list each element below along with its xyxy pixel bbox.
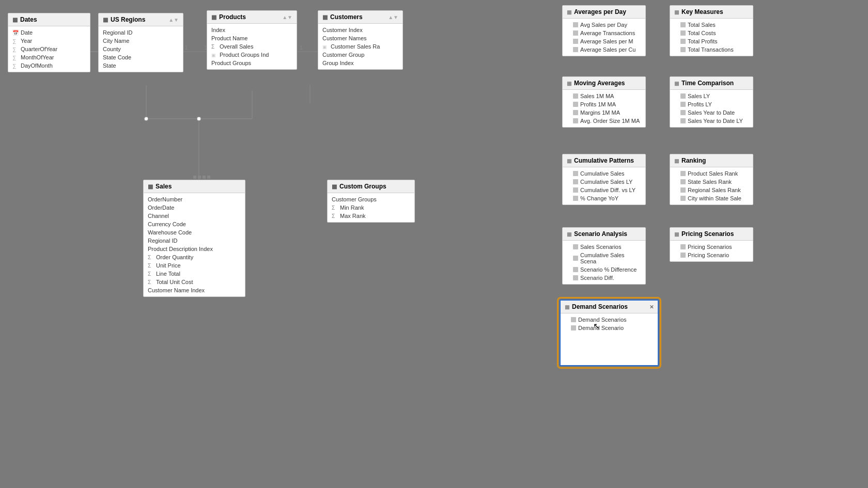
table-row: Customer Index (318, 26, 402, 34)
table-row: Overall Sales (207, 42, 297, 51)
measure-icon (573, 244, 578, 249)
key-measures-title: Key Measures (681, 8, 723, 15)
pricing-scenarios-header: ▦ Pricing Scenarios (670, 228, 753, 241)
list-item: Sales Year to Date LY (670, 117, 753, 125)
averages-per-day-title: Averages per Day (574, 8, 626, 15)
ranking-header: ▦ Ranking (670, 154, 753, 167)
list-item: Sales Year to Date (670, 108, 753, 117)
table-row: Customer Sales Ra (318, 42, 402, 51)
sigma-icon (148, 279, 154, 285)
table-row: Customer Groups (328, 195, 414, 203)
cumulative-patterns-header: ▦ Cumulative Patterns (563, 154, 645, 167)
table-row: Total Unit Cost (144, 278, 245, 286)
cumulative-patterns-panel: ▦ Cumulative Patterns Cumulative Sales C… (562, 154, 646, 205)
key-measures-panel: ▦ Key Measures Total Sales Total Costs T… (670, 5, 753, 56)
us-regions-icon: ▦ (103, 17, 108, 23)
measure-icon (573, 39, 578, 44)
key-measures-body: Total Sales Total Costs Total Profits To… (670, 19, 753, 56)
measure-icon (680, 196, 686, 201)
demand-scenarios-header: ▦ Demand Scenarios ✕ (561, 301, 658, 313)
ranking-title: Ranking (681, 157, 706, 164)
products-table: ▦ Products ▲▼ Index Product Name Overall… (207, 10, 297, 70)
table-row: Product Groups (207, 59, 297, 67)
sigma-icon (148, 271, 154, 277)
list-item: Cumulative Sales (563, 169, 645, 178)
list-item: Demand Scenarios (561, 316, 658, 324)
qoy-icon: ∑ (12, 46, 19, 52)
moving-averages-header: ▦ Moving Averages (563, 77, 645, 90)
customers-icon: ▦ (322, 14, 328, 21)
svg-point-7 (144, 117, 148, 121)
scenario-analysis-body: Sales Scenarios Cumulative Sales Scena S… (563, 241, 645, 284)
svg-point-8 (197, 117, 201, 121)
us-regions-header: ▦ US Regions ▲▼ (99, 13, 183, 26)
time-comparison-header: ▦ Time Comparison (670, 77, 753, 90)
close-icon[interactable]: ✕ (649, 304, 654, 310)
table-row: Customer Name Index (144, 286, 245, 294)
list-item: Scenario % Difference (563, 265, 645, 274)
scenario-analysis-header: ▦ Scenario Analysis (563, 228, 645, 241)
measure-icon (573, 22, 578, 27)
products-header: ▦ Products ▲▼ (207, 11, 297, 24)
table-row: Channel (144, 212, 245, 220)
sales-header: ▦ Sales (144, 180, 245, 193)
moving-averages-title: Moving Averages (574, 80, 625, 87)
pricing-scenarios-body: Pricing Scenarios Pricing Scenario (670, 241, 753, 261)
list-item: Sales LY (670, 92, 753, 100)
measure-icon (573, 179, 578, 184)
sales-body: OrderNumber OrderDate Channel Currency C… (144, 193, 245, 296)
list-item: City within State Sale (670, 194, 753, 202)
custom-groups-icon: ▦ (332, 183, 337, 190)
pricing-scenarios-panel: ▦ Pricing Scenarios Pricing Scenarios Pr… (670, 227, 753, 262)
panel-icon: ▦ (567, 158, 571, 164)
measure-icon (573, 256, 578, 261)
customers-header: ▦ Customers ▲▼ (318, 11, 402, 24)
measure-icon (573, 196, 578, 201)
list-item: Average Transactions (563, 29, 645, 37)
calendar-icon: 📅 (12, 30, 19, 36)
time-comparison-title: Time Comparison (681, 80, 734, 87)
time-comparison-body: Sales LY Profits LY Sales Year to Date S… (670, 90, 753, 127)
measure-icon (573, 267, 578, 272)
measure-icon (680, 171, 686, 176)
customers-table: ▦ Customers ▲▼ Customer Index Customer N… (318, 10, 403, 70)
moving-averages-panel: ▦ Moving Averages Sales 1M MA Profits 1M… (562, 76, 646, 128)
list-item: Total Profits (670, 37, 753, 45)
list-item: Average Sales per Cu (563, 45, 645, 54)
table-row: ∑ Year (8, 37, 90, 45)
table-row: ∑ MonthOfYear (8, 53, 90, 61)
moy-icon: ∑ (12, 55, 19, 60)
table-row: Product Name (207, 34, 297, 42)
measure-icon (573, 171, 578, 176)
table-row: Currency Code (144, 220, 245, 228)
table-row: OrderNumber (144, 195, 245, 203)
list-item: Total Transactions (670, 45, 753, 54)
table-row: State Code (99, 53, 183, 61)
table-row: City Name (99, 37, 183, 45)
table-row: Line Total (144, 270, 245, 278)
year-icon: ∑ (12, 38, 19, 44)
pricing-scenarios-title: Pricing Scenarios (681, 230, 734, 238)
measure-icon (680, 30, 686, 36)
list-item: Cumulative Sales Scena (563, 251, 645, 265)
table-row: Index (207, 26, 297, 34)
customers-body: Customer Index Customer Names Customer S… (318, 24, 402, 69)
list-item: Sales 1M MA (563, 92, 645, 100)
cumulative-patterns-title: Cumulative Patterns (574, 157, 634, 164)
table-row: Warehouse Code (144, 228, 245, 237)
averages-per-day-body: Avg Sales per Day Average Transactions A… (563, 19, 645, 56)
us-regions-table: ▦ US Regions ▲▼ Regional ID City Name Co… (98, 13, 183, 72)
products-body: Index Product Name Overall Sales Product… (207, 24, 297, 69)
measure-icon (680, 118, 686, 123)
demand-scenarios-panel[interactable]: ▦ Demand Scenarios ✕ Demand Scenarios De… (560, 300, 659, 366)
list-item: Cumulative Sales LY (563, 178, 645, 186)
measure-icon (680, 47, 686, 52)
table-row: 📅 Date (8, 28, 90, 37)
sales-title: Sales (156, 183, 172, 190)
table-row: Min Rank (328, 203, 414, 212)
panel-icon: ▦ (567, 81, 571, 86)
dom-icon: ∑ (12, 63, 19, 69)
sigma-icon (148, 263, 154, 269)
table-row: Regional ID (99, 28, 183, 37)
measure-icon (211, 52, 218, 58)
